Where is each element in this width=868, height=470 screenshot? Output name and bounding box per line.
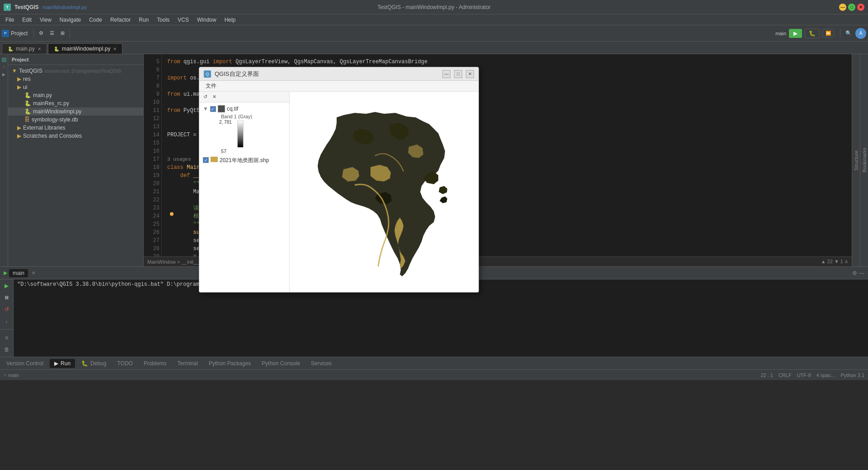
tool-commit[interactable]: ⑃ bbox=[1, 64, 7, 70]
dialog-body: ↺ ✕ ▼ ✓ cq.tif Band 1 (Gray) bbox=[199, 92, 479, 292]
menu-vcs[interactable]: VCS bbox=[174, 16, 192, 24]
tree-item-res[interactable]: ▶ res bbox=[8, 75, 143, 83]
layer-panel: ↺ ✕ ▼ ✓ cq.tif Band 1 (Gray) bbox=[199, 92, 290, 292]
tab-mainwindowimpl-py-close[interactable]: ✕ bbox=[113, 47, 117, 51]
status-linesep[interactable]: CRLF bbox=[779, 372, 792, 378]
menu-file[interactable]: File bbox=[2, 16, 18, 24]
status-vcs[interactable]: ⑃ main bbox=[4, 372, 19, 378]
tool-run[interactable]: ▶ bbox=[1, 72, 7, 79]
menu-edit[interactable]: Edit bbox=[19, 16, 35, 24]
menu-navigate[interactable]: Navigate bbox=[56, 16, 84, 24]
tool-project[interactable]: ⊞ bbox=[1, 56, 7, 62]
bookmarks-panel[interactable]: Bookmarks bbox=[860, 54, 868, 266]
band-container: Band 1 (Gray) 2, 781 57 bbox=[201, 113, 287, 154]
menu-refactor[interactable]: Refactor bbox=[107, 16, 134, 24]
minimize-button[interactable]: — bbox=[839, 4, 846, 11]
menu-window[interactable]: Window bbox=[193, 16, 220, 24]
toolbar-btn-list[interactable]: ☰ bbox=[47, 29, 57, 37]
dialog-minimize-btn[interactable]: — bbox=[442, 70, 450, 78]
layer-item-2021[interactable]: ✓ 2021年地类图斑.shp bbox=[201, 156, 287, 165]
tab-problems[interactable]: Problems bbox=[139, 359, 171, 368]
extlibs-icon: ▶ bbox=[17, 125, 21, 131]
map-canvas[interactable] bbox=[290, 92, 479, 292]
dialog-title-bar: Q QGIS自定义界面 — □ ✕ bbox=[199, 67, 479, 81]
status-encoding[interactable]: UTF-8 bbox=[797, 372, 811, 378]
run-command: "D:\software\QGIS 3.38.0\bin\python-qgis… bbox=[17, 281, 219, 288]
scratches-icon: ▶ bbox=[17, 133, 21, 139]
run-panel-actions: ⚙ — bbox=[852, 270, 864, 276]
dialog-maximize-btn[interactable]: □ bbox=[454, 70, 462, 78]
status-indent[interactable]: 4 spac... bbox=[816, 372, 835, 378]
run-settings-icon[interactable]: ⚙ bbox=[852, 270, 857, 276]
menu-code[interactable]: Code bbox=[85, 16, 106, 24]
tab-python-packages[interactable]: Python Packages bbox=[204, 359, 255, 368]
run-minimize-icon[interactable]: — bbox=[859, 270, 864, 276]
tab-main-py[interactable]: 🐍 main.py ✕ bbox=[2, 43, 47, 54]
profile-button[interactable]: ⏩ bbox=[822, 29, 834, 37]
tree-item-scratches[interactable]: ▶ Scratches and Consoles bbox=[8, 132, 143, 140]
run-stop-icon[interactable]: ⏹ bbox=[2, 293, 11, 302]
tab-debug[interactable]: 🐛 Debug bbox=[77, 359, 111, 368]
tab-python-console[interactable]: Python Console bbox=[257, 359, 305, 368]
run-tab-close[interactable]: ✕ bbox=[32, 270, 35, 275]
window-controls[interactable]: — □ ✕ bbox=[839, 4, 864, 11]
band-label: Band 1 (Gray) bbox=[219, 113, 287, 120]
layer-2021-icon bbox=[211, 157, 218, 162]
layer-tb-refresh[interactable]: ↺ bbox=[201, 93, 209, 101]
mainres-icon: 🐍 bbox=[24, 100, 31, 107]
menu-view[interactable]: View bbox=[36, 16, 55, 24]
tab-run[interactable]: ▶ Run bbox=[50, 359, 75, 368]
db-icon: 🗄 bbox=[24, 116, 30, 123]
status-line-col[interactable]: 22:1 bbox=[760, 372, 773, 378]
layer-tb-close[interactable]: ✕ bbox=[210, 93, 218, 101]
run-scroll-icon[interactable]: ↓ bbox=[2, 316, 11, 326]
run-tab-main[interactable]: main bbox=[9, 269, 28, 277]
dialog-close-btn[interactable]: ✕ bbox=[466, 70, 474, 78]
run-config-label: main bbox=[775, 31, 786, 36]
band-gradient bbox=[237, 121, 244, 148]
tab-mainwindowimpl-py[interactable]: 🐍 mainWindowImpl.py ✕ bbox=[48, 43, 122, 54]
run-filter-icon[interactable]: ≡ bbox=[2, 333, 11, 342]
toolbar-btn-settings[interactable]: ⚙ bbox=[36, 29, 46, 37]
toolbar-separator-2 bbox=[70, 29, 70, 38]
run-play-icon[interactable]: ▶ bbox=[2, 281, 11, 290]
tree-item-db[interactable]: 🗄 symbology-style.db bbox=[8, 116, 143, 124]
status-python[interactable]: Python 3.1 bbox=[840, 372, 864, 378]
left-tool-strip: ⊞ ⑃ ▶ bbox=[0, 54, 8, 266]
layer-item-cq[interactable]: ▼ ✓ cq.tif Band 1 (Gray) 2, 781 bbox=[201, 104, 287, 154]
tree-item-mainwindow[interactable]: 🐍 mainWindowImpl.py bbox=[8, 107, 143, 116]
tree-item-mainres[interactable]: 🐍 mainRes_rc.py bbox=[8, 99, 143, 107]
bookmarks-label: Bookmarks bbox=[862, 148, 867, 172]
tab-services[interactable]: Services bbox=[306, 359, 336, 368]
run-tab-container: ▶ main ✕ bbox=[4, 269, 35, 277]
debug-button[interactable]: 🐛 bbox=[805, 28, 820, 38]
map-svg bbox=[300, 104, 468, 280]
tab-terminal[interactable]: Terminal bbox=[173, 359, 202, 368]
tree-item-main-py[interactable]: 🐍 main.py bbox=[8, 91, 143, 99]
run-trash-icon[interactable]: 🗑 bbox=[2, 345, 11, 354]
run-button[interactable]: ▶ bbox=[789, 29, 802, 38]
tab-version-control[interactable]: Version Control bbox=[2, 359, 48, 368]
cq-checkbox[interactable]: ✓ bbox=[210, 106, 216, 112]
tab-bar: 🐍 main.py ✕ 🐍 mainWindowImpl.py ✕ bbox=[0, 42, 868, 54]
toolbar-btn-split[interactable]: ⊞ bbox=[58, 29, 67, 37]
structure-panel[interactable]: Structure bbox=[852, 54, 860, 266]
tree-root[interactable]: ▼ TestQGIS sources root, D:\program\py\T… bbox=[8, 67, 143, 75]
tree-item-extlibs[interactable]: ▶ External Libraries bbox=[8, 124, 143, 132]
dialog-menu-file[interactable]: 文件 bbox=[202, 81, 220, 91]
layer-2021-checkbox[interactable]: ✓ bbox=[203, 157, 209, 163]
menu-tools[interactable]: Tools bbox=[153, 16, 173, 24]
run-restart-icon[interactable]: ↺ bbox=[2, 305, 11, 314]
tab-todo[interactable]: TODO bbox=[113, 359, 137, 368]
menu-run[interactable]: Run bbox=[135, 16, 152, 24]
toolbar-search[interactable]: 🔍 bbox=[843, 29, 854, 37]
toolbar-avatar[interactable]: A bbox=[855, 28, 866, 39]
tree-item-ui[interactable]: ▶ ui bbox=[8, 83, 143, 91]
maximize-button[interactable]: □ bbox=[848, 4, 855, 11]
close-button[interactable]: ✕ bbox=[857, 4, 864, 11]
tab-main-py-close[interactable]: ✕ bbox=[38, 47, 41, 51]
dialog-menu: 文件 bbox=[199, 81, 479, 92]
mainwindow-icon: 🐍 bbox=[24, 108, 31, 115]
menu-help[interactable]: Help bbox=[221, 16, 239, 24]
map-canvas-inner bbox=[290, 92, 479, 292]
